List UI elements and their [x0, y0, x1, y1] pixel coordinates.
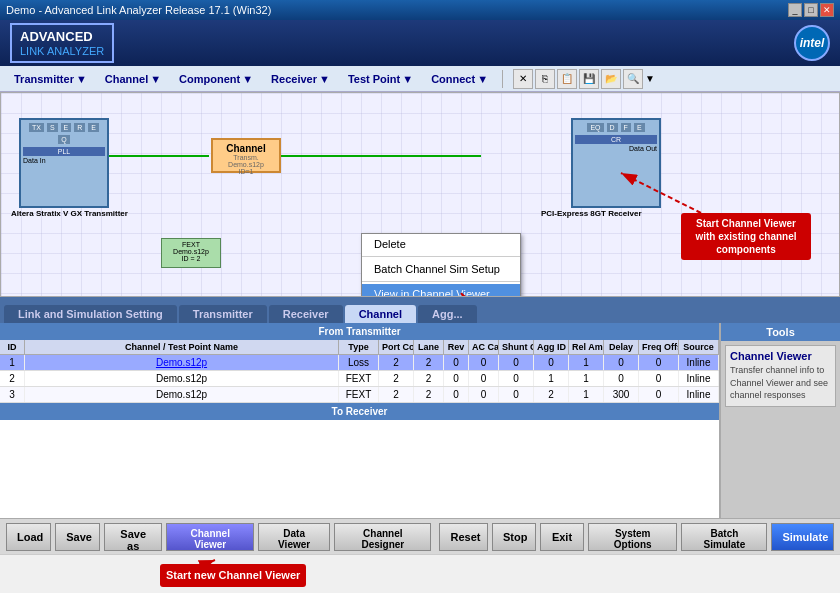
channel-label: Channel [216, 143, 276, 154]
window-controls: _ □ ✕ [788, 3, 834, 17]
tools-header: Tools [721, 323, 840, 341]
menu-bar: Transmitter ▼ Channel ▼ Component ▼ Rece… [0, 66, 840, 92]
conn-line-green [109, 155, 209, 157]
transmitter-label: Altera Stratix V GX Transmitter [11, 209, 128, 218]
load-button[interactable]: Load [6, 523, 51, 551]
col-agg-id: Agg ID [534, 340, 569, 354]
cell-lane-1: 2 [414, 355, 444, 370]
transmitter-block: TX S E R E Q PLL Data In [19, 118, 109, 208]
cell-delay-2: 0 [604, 371, 639, 386]
cell-freq-2: 0 [639, 371, 679, 386]
cell-rev-1: 0 [444, 355, 469, 370]
button-bar: Load Save Save as Channel Viewer Data Vi… [0, 518, 840, 554]
ctx-view-channel[interactable]: View in Channel Viewer [362, 284, 520, 297]
col-rev: Rev [444, 340, 469, 354]
col-type: Type [339, 340, 379, 354]
cell-shunt-3: 0 [499, 387, 534, 402]
cell-port-3: 2 [379, 387, 414, 402]
app-header: ADVANCED LINK ANALYZER intel [0, 20, 840, 66]
cell-source-2: Inline [679, 371, 719, 386]
menu-transmitter[interactable]: Transmitter ▼ [6, 71, 95, 87]
tab-channel[interactable]: Channel [345, 305, 416, 323]
cell-rev-2: 0 [444, 371, 469, 386]
cell-freq-1: 0 [639, 355, 679, 370]
menu-channel[interactable]: Channel ▼ [97, 71, 169, 87]
menu-testpoint[interactable]: Test Point ▼ [340, 71, 421, 87]
col-port: Port Config [379, 340, 414, 354]
cell-agg-1: 0 [534, 355, 569, 370]
title-bar: Demo - Advanced Link Analyzer Release 17… [0, 0, 840, 20]
tab-link-sim[interactable]: Link and Simulation Setting [4, 305, 177, 323]
maximize-button[interactable]: □ [804, 3, 818, 17]
tab-bar: Link and Simulation Setting Transmitter … [0, 297, 840, 323]
exit-button[interactable]: Exit [540, 523, 584, 551]
cell-ac-2: 0 [469, 371, 499, 386]
paste-icon[interactable]: 📋 [557, 69, 577, 89]
schematic-canvas: TX S E R E Q PLL Data In Altera Stratix … [0, 92, 840, 297]
close-button[interactable]: ✕ [820, 3, 834, 17]
ctx-sep-1 [362, 256, 520, 257]
annotation-new-viewer: Start new Channel Viewer [160, 564, 306, 586]
system-options-button[interactable]: System Options [588, 523, 677, 551]
menu-sep-1 [502, 70, 503, 88]
channel-viewer-button[interactable]: Channel Viewer [166, 523, 254, 551]
stop-button[interactable]: Stop [492, 523, 536, 551]
menu-connect[interactable]: Connect ▼ [423, 71, 496, 87]
batch-simulate-button[interactable]: Batch Simulate [681, 523, 767, 551]
cell-name-3: Demo.s12p [25, 387, 339, 402]
data-viewer-button[interactable]: Data Viewer [258, 523, 330, 551]
tool-card-desc: Transfer channel info to Channel Viewer … [730, 364, 831, 402]
toolbar-icons: ✕ ⎘ 📋 💾 📂 🔍 ▼ [513, 69, 655, 89]
channel-viewer-card[interactable]: Channel Viewer Transfer channel info to … [725, 345, 836, 407]
load-icon[interactable]: 📂 [601, 69, 621, 89]
col-id: ID [0, 340, 25, 354]
cell-ac-1: 0 [469, 355, 499, 370]
logo-line1: ADVANCED [20, 29, 104, 45]
save-icon[interactable]: 💾 [579, 69, 599, 89]
delete-icon[interactable]: ✕ [513, 69, 533, 89]
zoom-icon[interactable]: 🔍 [623, 69, 643, 89]
cell-id-3: 3 [0, 387, 25, 402]
receiver-label: PCI-Express 8GT Receiver [541, 209, 642, 218]
save-button[interactable]: Save [55, 523, 100, 551]
cell-freq-3: 0 [639, 387, 679, 402]
tool-card-title: Channel Viewer [730, 350, 831, 362]
cell-agg-3: 2 [534, 387, 569, 402]
reset-button[interactable]: Reset [439, 523, 488, 551]
cell-shunt-1: 0 [499, 355, 534, 370]
cell-relamp-2: 1 [569, 371, 604, 386]
data-section: From Transmitter ID Channel / Test Point… [0, 323, 840, 518]
ctx-delete[interactable]: Delete [362, 234, 520, 254]
cell-id-2: 2 [0, 371, 25, 386]
cell-type-1: Loss [339, 355, 379, 370]
menu-receiver[interactable]: Receiver ▼ [263, 71, 338, 87]
channel-designer-button[interactable]: Channel Designer [334, 523, 431, 551]
col-freq-offset: Freq Offset [639, 340, 679, 354]
tab-transmitter[interactable]: Transmitter [179, 305, 267, 323]
tab-agg[interactable]: Agg... [418, 305, 477, 323]
channel-block[interactable]: Channel Transm.Demo.s12pID=1 [211, 138, 281, 173]
cell-port-1: 2 [379, 355, 414, 370]
copy-icon[interactable]: ⎘ [535, 69, 555, 89]
tools-panel: Tools Channel Viewer Transfer channel in… [720, 323, 840, 518]
cell-relamp-1: 1 [569, 355, 604, 370]
ctx-batch-sim[interactable]: Batch Channel Sim Setup [362, 259, 520, 279]
cell-name-1[interactable]: Demo.s12p [25, 355, 339, 370]
cell-lane-2: 2 [414, 371, 444, 386]
table-row[interactable]: 1 Demo.s12p Loss 2 2 0 0 0 0 1 0 0 Inlin… [0, 355, 719, 371]
tab-receiver[interactable]: Receiver [269, 305, 343, 323]
save-as-button[interactable]: Save as [104, 523, 162, 551]
cell-delay-1: 0 [604, 355, 639, 370]
table-row[interactable]: 2 Demo.s12p FEXT 2 2 0 0 0 1 1 0 0 Inlin… [0, 371, 719, 387]
ctx-sep-2 [362, 281, 520, 282]
menu-component[interactable]: Component ▼ [171, 71, 261, 87]
col-shunt-cap: Shunt Cap [499, 340, 534, 354]
zoom-dropdown[interactable]: ▼ [645, 73, 655, 84]
cell-type-2: FEXT [339, 371, 379, 386]
minimize-button[interactable]: _ [788, 3, 802, 17]
logo-line2: LINK ANALYZER [20, 45, 104, 57]
cell-source-3: Inline [679, 387, 719, 402]
table-row[interactable]: 3 Demo.s12p FEXT 2 2 0 0 0 2 1 300 0 Inl… [0, 387, 719, 403]
col-ac-cap: AC Cap [469, 340, 499, 354]
simulate-button[interactable]: Simulate [771, 523, 834, 551]
